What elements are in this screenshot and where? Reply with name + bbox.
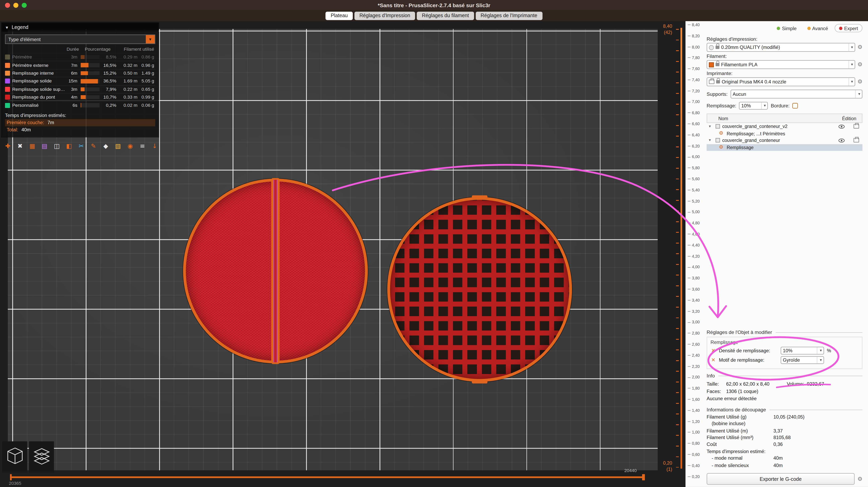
- add-icon[interactable]: ✚: [3, 141, 12, 150]
- edit-printer-settings-icon[interactable]: ⚙: [858, 79, 862, 85]
- mode-avance[interactable]: Avancé: [803, 24, 832, 32]
- layer-tick[interactable]: 0,40: [688, 463, 706, 467]
- printable-icon[interactable]: [854, 138, 859, 143]
- layer-tick[interactable]: 4,80: [688, 221, 706, 225]
- search-icon[interactable]: ◉: [126, 141, 135, 150]
- layer-tick[interactable]: 1,80: [688, 387, 706, 390]
- object-row[interactable]: ▾couvercle_grand_conteneur_v2: [707, 123, 862, 130]
- layer-tick[interactable]: 6,20: [688, 144, 706, 148]
- layer-tick[interactable]: 4,40: [688, 243, 706, 247]
- zoom-button[interactable]: [22, 3, 27, 8]
- mmu-paint-icon[interactable]: ▧: [114, 141, 123, 150]
- layer-tick[interactable]: 6,00: [688, 155, 706, 159]
- layer-slider[interactable]: [680, 28, 682, 468]
- eye-icon[interactable]: [838, 125, 845, 128]
- printer-preset-select[interactable]: Original Prusa MK4 0.4 nozzle ▾: [707, 78, 855, 86]
- copy-icon[interactable]: ◫: [52, 141, 61, 150]
- layer-tick[interactable]: 0,80: [688, 442, 706, 446]
- tab-reglages-d-impression[interactable]: Réglages d'Impression: [354, 11, 415, 20]
- layer-tick[interactable]: 5,60: [688, 177, 706, 181]
- viewport-3d[interactable]: ▼ Legend Type d'élément ▼ Durée Pourcent…: [0, 21, 685, 487]
- remove-setting-icon[interactable]: ✕: [711, 358, 716, 363]
- layer-tick[interactable]: 3,00: [688, 321, 706, 324]
- layer-tick[interactable]: 5,40: [688, 188, 706, 192]
- export-gcode-button[interactable]: Exporter le G-code: [707, 473, 855, 485]
- legend-header[interactable]: ▼ Legend: [2, 23, 158, 32]
- layer-tick[interactable]: 5,20: [688, 199, 706, 203]
- layer-tick[interactable]: 5,80: [688, 166, 706, 170]
- layer-tick[interactable]: 2,00: [688, 375, 706, 379]
- edit-print-settings-icon[interactable]: ⚙: [858, 44, 862, 50]
- object-settings-row[interactable]: ⚙Remplissage: [707, 144, 862, 151]
- supports-select[interactable]: Aucun ▾: [730, 90, 862, 99]
- model-couvercle-grand-conteneur-v2[interactable]: [183, 179, 368, 363]
- layer-tick[interactable]: 7,00: [688, 100, 706, 104]
- model-couvercle-grand-conteneur[interactable]: [387, 197, 572, 382]
- object-settings-row[interactable]: ⚙Remplissage; ...t Périmètres: [707, 130, 862, 137]
- printable-icon[interactable]: [854, 124, 859, 129]
- variable-layer-height-icon[interactable]: ≡: [138, 141, 147, 150]
- delete-icon[interactable]: ✖: [16, 141, 25, 150]
- tab-plateau[interactable]: Plateau: [326, 11, 352, 20]
- layer-tick[interactable]: 8,00: [688, 45, 706, 49]
- layer-tick[interactable]: 3,20: [688, 309, 706, 313]
- mode-expert[interactable]: Expert: [835, 24, 862, 32]
- layer-tick[interactable]: 7,60: [688, 67, 706, 71]
- layer-tick[interactable]: 6,60: [688, 122, 706, 126]
- expand-caret-icon[interactable]: ▾: [709, 124, 713, 129]
- view-layers-icon[interactable]: [29, 441, 54, 473]
- arrange-icon[interactable]: ▤: [40, 141, 49, 150]
- layer-tick[interactable]: 4,00: [688, 265, 706, 269]
- layer-tick[interactable]: 0,20: [688, 475, 706, 479]
- brim-checkbox[interactable]: [793, 103, 798, 109]
- delete-all-icon[interactable]: ▦: [28, 141, 37, 150]
- layer-tick[interactable]: 1,60: [688, 397, 706, 401]
- horizontal-move-slider[interactable]: [10, 477, 644, 478]
- layer-tick[interactable]: 1,00: [688, 430, 706, 434]
- place-on-bed-icon[interactable]: ↓: [150, 141, 159, 150]
- layer-tick[interactable]: 8,40: [688, 23, 706, 27]
- layer-tick[interactable]: 4,60: [688, 232, 706, 236]
- layer-tick[interactable]: 2,80: [688, 331, 706, 335]
- infill-density-select[interactable]: 10% ▾: [739, 102, 768, 110]
- export-settings-gear-icon[interactable]: ⚙: [858, 476, 862, 482]
- layer-tick[interactable]: 2,60: [688, 342, 706, 346]
- minimize-button[interactable]: [13, 3, 18, 8]
- layer-tick[interactable]: 1,40: [688, 408, 706, 413]
- layer-tick[interactable]: 2,20: [688, 364, 706, 368]
- close-button[interactable]: [5, 3, 10, 8]
- print-preset-select[interactable]: 0.20mm QUALITY (modifié) ▾: [707, 43, 855, 52]
- object-row[interactable]: ▾couvercle_grand_conteneur: [707, 137, 862, 144]
- layer-tick[interactable]: 2,40: [688, 353, 706, 357]
- remove-setting-icon[interactable]: ✕: [711, 348, 716, 354]
- tab-reglages-du-filament[interactable]: Réglages du filament: [417, 11, 474, 20]
- layer-tick[interactable]: 4,20: [688, 254, 706, 258]
- layer-tick[interactable]: 3,60: [688, 287, 706, 291]
- layer-tick[interactable]: 0,60: [688, 453, 706, 456]
- layer-tick[interactable]: 3,80: [688, 276, 706, 280]
- element-type-select[interactable]: Type d'élément ▼: [5, 34, 155, 44]
- layer-tick[interactable]: 7,20: [688, 89, 706, 93]
- filament-preset-select[interactable]: Fillamentum PLA ▾: [707, 60, 855, 69]
- cut-icon[interactable]: ✂: [77, 141, 86, 150]
- layer-tick[interactable]: 8,20: [688, 34, 706, 38]
- layer-tick[interactable]: 3,40: [688, 298, 706, 302]
- mode-simple[interactable]: Simple: [773, 24, 800, 32]
- setting-value-select[interactable]: Gyroïde▾: [781, 357, 824, 364]
- layer-tick[interactable]: 6,40: [688, 133, 706, 137]
- layer-tick[interactable]: 7,80: [688, 56, 706, 60]
- edit-filament-settings-icon[interactable]: ⚙: [858, 62, 862, 67]
- dropdown-arrow-icon[interactable]: ▼: [146, 35, 155, 43]
- hslider-handle[interactable]: [642, 474, 645, 480]
- setting-value-select[interactable]: 10%▾: [781, 347, 824, 355]
- eye-icon[interactable]: [838, 139, 845, 143]
- expand-caret-icon[interactable]: ▾: [709, 138, 713, 143]
- view-3d-icon[interactable]: [2, 441, 27, 473]
- paint-supports-icon[interactable]: ✎: [89, 141, 98, 150]
- layer-tick[interactable]: 6,80: [688, 111, 706, 115]
- layer-tick[interactable]: 5,00: [688, 210, 706, 214]
- tab-reglages-de-l-imprimante[interactable]: Réglages de l'Imprimante: [476, 11, 542, 20]
- split-icon[interactable]: ◧: [64, 141, 73, 150]
- seam-icon[interactable]: ◆: [101, 141, 110, 150]
- layer-tick[interactable]: 7,40: [688, 78, 706, 82]
